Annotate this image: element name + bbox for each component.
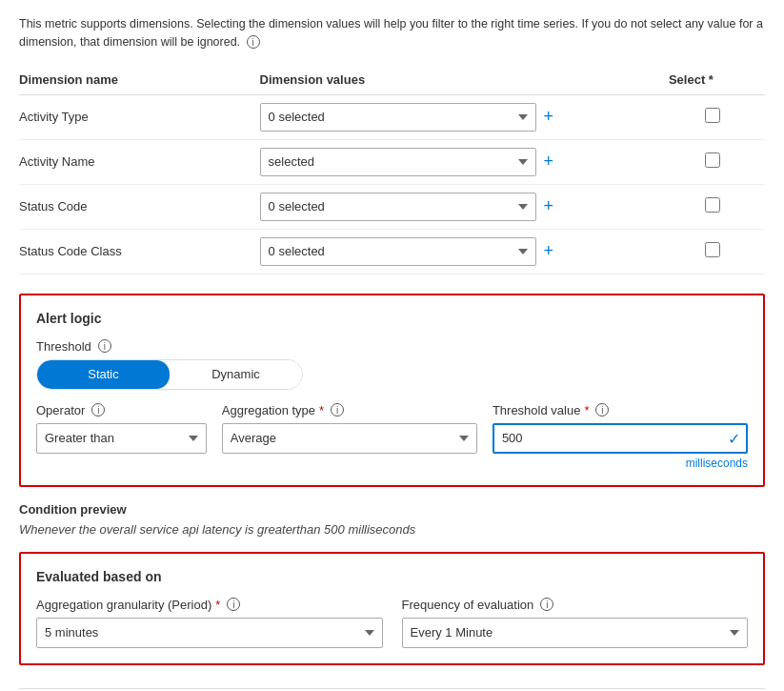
operator-label: Operator i [36,403,207,417]
threshold-value-input[interactable] [493,423,748,454]
add-dimension-icon[interactable]: + [544,107,554,127]
info-icon[interactable]: i [247,35,260,49]
dimensions-table: Dimension name Dimension values Select *… [19,67,765,274]
dimension-select-cell[interactable] [669,139,765,184]
dimension-name-cell: Activity Type [19,94,260,139]
dimension-values-dropdown[interactable]: selected [260,148,536,176]
col-header-select: Select * [669,67,765,95]
dimension-select-cell[interactable] [669,184,765,229]
check-icon: ✓ [728,429,740,447]
threshold-label: Threshold i [36,339,748,354]
table-row: Status Code Class 0 selected + [19,229,765,274]
add-dimension-icon[interactable]: + [544,241,554,261]
dimension-checkbox[interactable] [705,152,720,168]
frequency-info-icon[interactable]: i [540,598,553,611]
operator-info-icon[interactable]: i [91,403,105,417]
threshold-static-option[interactable]: Static [37,360,170,389]
aggregation-info-icon[interactable]: i [331,403,344,417]
dimension-name-cell: Status Code [19,184,260,229]
dimension-values-dropdown[interactable]: 0 selected [260,103,536,132]
col-header-dimension-name: Dimension name [19,67,260,95]
dimension-values-cell[interactable]: selected + [260,139,669,184]
operator-dropdown[interactable]: Greater thanLess thanGreater than or equ… [36,423,207,454]
evaluated-based-on-title: Evaluated based on [36,569,748,584]
table-row: Status Code 0 selected + [19,184,765,229]
condition-preview-text: Whenever the overall service api latency… [19,522,765,537]
add-dimension-icon[interactable]: + [544,152,554,172]
period-info-icon[interactable]: i [227,598,240,611]
dimension-select-cell[interactable] [669,94,765,139]
threshold-dynamic-option[interactable]: Dynamic [170,360,302,389]
threshold-value-info-icon[interactable]: i [595,403,609,417]
divider [19,688,765,689]
dimension-select-cell[interactable] [669,229,765,274]
threshold-toggle[interactable]: Static Dynamic [36,359,303,390]
table-row: Activity Name selected + [19,139,765,184]
threshold-info-icon[interactable]: i [98,339,111,353]
aggregation-dropdown[interactable]: AverageMinimumMaximumTotalCount [222,423,477,454]
alert-logic-title: Alert logic [36,311,748,326]
add-dimension-icon[interactable]: + [544,196,554,216]
dimension-checkbox[interactable] [705,197,720,213]
frequency-dropdown[interactable]: Every 1 MinuteEvery 5 MinutesEvery 15 Mi… [402,618,749,648]
aggregation-label: Aggregation type * i [222,403,477,417]
condition-preview-title: Condition preview [19,502,765,517]
threshold-unit-label: milliseconds [493,457,748,470]
period-dropdown[interactable]: 1 minute5 minutes15 minutes30 minutes1 h… [36,618,383,648]
dimension-name-cell: Activity Name [19,139,260,184]
alert-logic-section: Alert logic Threshold i Static Dynamic O… [19,294,765,487]
col-header-dimension-values: Dimension values [260,67,669,95]
dimension-values-dropdown[interactable]: 0 selected [260,193,536,221]
table-row: Activity Type 0 selected + [19,94,765,139]
dimension-name-cell: Status Code Class [19,229,260,274]
frequency-label: Frequency of evaluation i [402,598,749,612]
evaluated-based-on-section: Evaluated based on Aggregation granulari… [19,552,765,665]
period-label: Aggregation granularity (Period) * i [36,598,383,612]
dimension-checkbox[interactable] [705,108,720,123]
dimension-values-cell[interactable]: 0 selected + [260,94,669,139]
threshold-value-label: Threshold value * i [493,403,748,417]
dimension-checkbox[interactable] [705,242,720,257]
dimension-values-cell[interactable]: 0 selected + [260,184,669,229]
info-text: This metric supports dimensions. Selecti… [19,15,765,51]
dimension-values-dropdown[interactable]: 0 selected [260,237,536,266]
dimension-values-cell[interactable]: 0 selected + [260,229,669,274]
condition-preview-section: Condition preview Whenever the overall s… [19,502,765,537]
